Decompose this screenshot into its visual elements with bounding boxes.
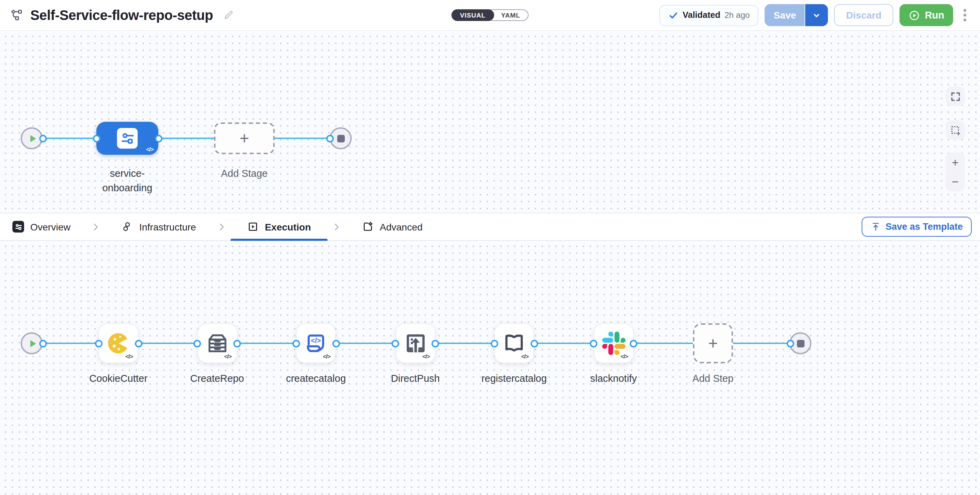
connector-port[interactable]: [391, 340, 399, 347]
connector-port[interactable]: [193, 340, 201, 347]
open-book-icon: [502, 331, 527, 356]
pipeline-overview-icon: [13, 221, 24, 233]
connector-port[interactable]: [326, 135, 333, 142]
step-createcatalog[interactable]: </> </>: [296, 324, 336, 363]
title-group: Self-Service-flow-repo-setup: [10, 7, 234, 23]
save-as-template-button[interactable]: Save as Template: [861, 217, 972, 236]
save-split-button: Save: [765, 4, 828, 26]
play-icon: [27, 133, 38, 143]
more-options-icon[interactable]: [959, 6, 970, 24]
run-play-icon: [908, 9, 920, 21]
pipeline-studio: Self-Service-flow-repo-setup VISUAL YAML…: [0, 0, 980, 495]
code-badge: </>: [620, 353, 628, 360]
step-label: slacknotify: [562, 371, 665, 386]
step-slacknotify[interactable]: </>: [593, 324, 633, 363]
connector-port[interactable]: [39, 340, 46, 347]
step-label: DirectPush: [364, 371, 467, 386]
save-as-template-label: Save as Template: [885, 222, 963, 232]
chevron-down-icon: [813, 11, 821, 20]
save-button[interactable]: Save: [765, 4, 805, 26]
connector-port[interactable]: [786, 340, 794, 347]
pipeline-stage-icon: [117, 128, 138, 149]
run-label: Run: [925, 10, 944, 21]
code-badge: </>: [146, 146, 153, 153]
connector-port[interactable]: [292, 340, 300, 347]
tab-execution[interactable]: Execution: [231, 213, 328, 240]
save-options-button[interactable]: [805, 4, 828, 26]
zoom-out-icon: −: [952, 176, 959, 187]
code-badge: </>: [422, 353, 430, 360]
direct-push-icon: [404, 332, 427, 355]
zoom-in-icon: +: [952, 157, 959, 168]
fullscreen-button[interactable]: [946, 87, 965, 106]
chevron-right-icon: [332, 213, 341, 240]
code-badge: </>: [125, 353, 133, 360]
connector-port[interactable]: [135, 340, 142, 347]
chevron-right-icon: [217, 213, 226, 240]
connector-port[interactable]: [95, 340, 102, 347]
tab-advanced[interactable]: Advanced: [345, 213, 439, 240]
marquee-select-button[interactable]: [946, 121, 965, 140]
step-cookiecutter[interactable]: </>: [99, 324, 138, 363]
upload-icon: [870, 222, 881, 232]
cookiecutter-cookie-icon: [106, 331, 131, 356]
tab-overview[interactable]: Overview: [10, 213, 87, 240]
tab-infrastructure[interactable]: Infrastructure: [105, 213, 213, 240]
validated-time: 2h ago: [725, 10, 750, 20]
header-actions: Validated 2h ago Save Discard: [659, 4, 970, 26]
marquee-select-icon: [950, 124, 961, 136]
validated-badge[interactable]: Validated 2h ago: [659, 5, 759, 26]
step-label: createcatalog: [264, 371, 368, 386]
connector-port[interactable]: [332, 340, 340, 347]
code-badge: </>: [323, 353, 330, 360]
toggle-visual[interactable]: VISUAL: [452, 9, 494, 21]
stage-edge-line: [43, 138, 331, 139]
step-createrepo[interactable]: </>: [197, 324, 237, 363]
step-label: registercatalog: [463, 371, 566, 386]
connector-port[interactable]: [92, 135, 100, 142]
stage-node-service-onboarding[interactable]: </>: [96, 122, 158, 155]
connector-port[interactable]: [590, 340, 597, 347]
execution-canvas: </> </> </>: [0, 241, 980, 495]
zoom-in-button[interactable]: +: [946, 153, 965, 172]
connector-port[interactable]: [530, 340, 538, 347]
repo-drawers-icon: [205, 332, 229, 355]
run-button[interactable]: Run: [899, 4, 953, 26]
plus-icon: +: [708, 335, 718, 352]
tab-label: Infrastructure: [139, 221, 196, 232]
edit-pencil-icon[interactable]: [223, 10, 234, 21]
connector-port[interactable]: [233, 340, 241, 347]
connector-port[interactable]: [630, 340, 637, 347]
tab-label: Execution: [265, 221, 311, 232]
add-step-label: Add Step: [661, 371, 765, 386]
canvas-controls: + −: [946, 87, 965, 191]
pipeline-icon: [10, 8, 24, 22]
slack-icon: [602, 332, 625, 355]
infrastructure-hexagons-icon: [121, 221, 133, 233]
svg-text:</>: </>: [311, 337, 321, 344]
stage-canvas: </> + service-onboarding Add Stage: [0, 31, 980, 213]
discard-button[interactable]: Discard: [834, 4, 893, 26]
connector-port[interactable]: [490, 340, 498, 347]
zoom-group: + −: [946, 153, 965, 191]
add-step-button[interactable]: +: [693, 324, 733, 363]
mode-toggle: VISUAL YAML: [452, 9, 528, 21]
check-icon: [668, 10, 679, 20]
connector-port[interactable]: [154, 135, 162, 142]
catalog-code-icon: </>: [304, 331, 328, 356]
chevron-right-icon: [91, 213, 101, 240]
connector-port[interactable]: [431, 340, 439, 347]
fullscreen-icon: [950, 90, 961, 102]
connector-port[interactable]: [39, 135, 46, 142]
play-icon: [27, 338, 38, 349]
stop-icon: [797, 340, 804, 347]
add-stage-button[interactable]: +: [214, 122, 275, 154]
step-label: CreateRepo: [165, 371, 269, 386]
step-registercatalog[interactable]: </>: [494, 324, 534, 363]
step-directpush[interactable]: </>: [395, 324, 435, 363]
advanced-gear-icon: [362, 221, 374, 233]
zoom-out-button[interactable]: −: [946, 172, 965, 191]
validated-label: Validated: [683, 10, 721, 20]
step-label: CookieCutter: [67, 371, 170, 386]
code-badge: </>: [224, 353, 232, 360]
